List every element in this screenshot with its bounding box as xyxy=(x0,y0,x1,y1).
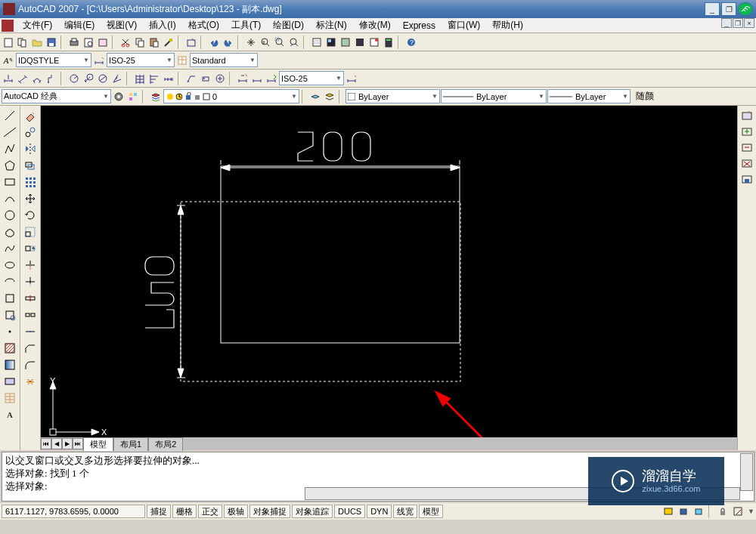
dimstyle-button[interactable] xyxy=(92,54,106,67)
status-polar[interactable]: 极轴 xyxy=(224,505,248,518)
xline-button[interactable] xyxy=(2,125,17,140)
block-button[interactable] xyxy=(2,307,17,323)
copy-obj-button[interactable] xyxy=(23,125,38,140)
save-button[interactable] xyxy=(45,35,58,49)
dim-arc-button[interactable] xyxy=(30,72,44,85)
tab-layout1[interactable]: 布局1 xyxy=(113,437,148,451)
erase-button[interactable] xyxy=(23,108,38,123)
explode-button[interactable] xyxy=(23,374,38,389)
menu-format[interactable]: 格式(O) xyxy=(182,17,225,33)
status-dyn[interactable]: DYN xyxy=(367,505,392,518)
app-menu-icon[interactable] xyxy=(2,20,14,32)
network-icon[interactable] xyxy=(738,2,753,16)
center-mark-button[interactable] xyxy=(213,72,227,85)
tab-layout2[interactable]: 布局2 xyxy=(148,437,183,451)
trim-button[interactable] xyxy=(23,258,38,273)
circle-button[interactable] xyxy=(2,208,17,223)
menu-dim[interactable]: 标注(N) xyxy=(310,17,353,33)
break-button[interactable] xyxy=(23,307,38,323)
doc-close-button[interactable]: × xyxy=(744,18,754,28)
zoom-window-button[interactable] xyxy=(273,35,287,49)
chamfer-button[interactable] xyxy=(23,341,38,356)
ellipse-button[interactable] xyxy=(2,258,17,273)
status-snap[interactable]: 捕捉 xyxy=(147,505,171,518)
blockedit-button[interactable] xyxy=(184,35,198,49)
properties-button[interactable] xyxy=(310,35,324,49)
dim-diam-button[interactable] xyxy=(96,72,110,85)
fillet-button[interactable] xyxy=(23,357,38,372)
qleader-button[interactable] xyxy=(184,72,198,85)
dim-angular-button[interactable] xyxy=(110,72,124,85)
status-osnap[interactable]: 对象捕捉 xyxy=(249,505,290,518)
status-ortho[interactable]: 正交 xyxy=(198,505,222,518)
refedit-button[interactable] xyxy=(739,108,754,123)
dim-radius-button[interactable] xyxy=(67,72,81,85)
workspace-combo[interactable]: AutoCAD 经典▼ xyxy=(2,89,111,103)
join-button[interactable] xyxy=(23,324,38,339)
lineweight-combo[interactable]: ByLayer▼ xyxy=(547,89,631,103)
pline-button[interactable] xyxy=(2,141,17,156)
doc-restore-button[interactable]: ❐ xyxy=(733,18,743,28)
scale-button[interactable] xyxy=(23,224,38,239)
calc-button[interactable] xyxy=(382,35,395,49)
dim-linear-button[interactable] xyxy=(2,72,15,85)
point-button[interactable] xyxy=(2,324,17,339)
tab-next-button[interactable]: ▶ xyxy=(62,438,73,449)
rotate-button[interactable] xyxy=(23,208,38,223)
insert-button[interactable] xyxy=(2,291,17,306)
dim-continue-button[interactable] xyxy=(162,72,175,85)
dim-style-combo[interactable]: ISO-25▼ xyxy=(107,53,175,67)
mtext-button[interactable]: A xyxy=(2,407,17,422)
region-button[interactable] xyxy=(2,374,17,389)
tab-first-button[interactable]: ⏮ xyxy=(41,438,51,449)
dim-jogged-button[interactable] xyxy=(82,72,95,85)
mirror-button[interactable] xyxy=(23,141,38,156)
cmd-scroll-v[interactable] xyxy=(740,453,753,491)
dimstyle2-button[interactable] xyxy=(345,72,358,85)
dim-style2-combo[interactable]: ISO-25▼ xyxy=(279,71,344,85)
doc-minimize-button[interactable]: _ xyxy=(721,18,732,28)
offset-button[interactable] xyxy=(23,158,38,173)
move-button[interactable] xyxy=(23,191,38,206)
table-style-combo[interactable]: Standard▼ xyxy=(190,53,258,67)
status-tray3[interactable] xyxy=(692,505,705,518)
layer-props-button[interactable] xyxy=(149,90,163,103)
menu-draw[interactable]: 绘图(D) xyxy=(267,17,310,33)
menu-edit[interactable]: 编辑(E) xyxy=(58,17,101,33)
extend-button[interactable] xyxy=(23,274,38,289)
polygon-button[interactable] xyxy=(2,158,17,173)
tablestyle-button[interactable] xyxy=(175,54,189,67)
menu-express[interactable]: Express xyxy=(397,19,442,32)
dimtedit-button[interactable] xyxy=(250,72,264,85)
menu-tools[interactable]: 工具(T) xyxy=(225,17,267,33)
minimize-button[interactable]: _ xyxy=(705,2,720,16)
array-button[interactable] xyxy=(23,174,38,190)
copy-button[interactable] xyxy=(133,35,147,49)
workspace-settings-button[interactable] xyxy=(112,90,125,103)
match-button[interactable] xyxy=(162,35,175,49)
text-style-combo[interactable]: IDQSTYLE▼ xyxy=(16,53,91,67)
preview-button[interactable] xyxy=(82,35,95,49)
undo-button[interactable] xyxy=(207,35,221,49)
line-button[interactable] xyxy=(2,108,17,123)
dimedit-button[interactable] xyxy=(236,72,249,85)
refremove-button[interactable] xyxy=(739,140,754,155)
status-model[interactable]: 模型 xyxy=(419,505,443,518)
tab-last-button[interactable]: ⏭ xyxy=(73,438,83,449)
pan-button[interactable] xyxy=(244,35,258,49)
stretch-button[interactable] xyxy=(23,241,38,256)
rectangle-button[interactable] xyxy=(2,174,17,190)
toolpalettes-button[interactable] xyxy=(339,35,352,49)
markup-button[interactable] xyxy=(367,35,381,49)
dimupdate-button[interactable] xyxy=(265,72,278,85)
tolerance-button[interactable] xyxy=(199,72,212,85)
menu-insert[interactable]: 插入(I) xyxy=(143,17,181,33)
menu-view[interactable]: 视图(V) xyxy=(101,17,143,33)
color-combo[interactable]: ByLayer▼ xyxy=(345,89,440,103)
dim-baseline-button[interactable] xyxy=(147,72,161,85)
gradient-button[interactable] xyxy=(2,357,17,372)
menu-help[interactable]: 帮助(H) xyxy=(486,17,529,33)
new-button[interactable] xyxy=(2,35,15,49)
textstyle-button[interactable]: A✎ xyxy=(2,54,15,67)
status-otrack[interactable]: 对象追踪 xyxy=(292,505,333,518)
